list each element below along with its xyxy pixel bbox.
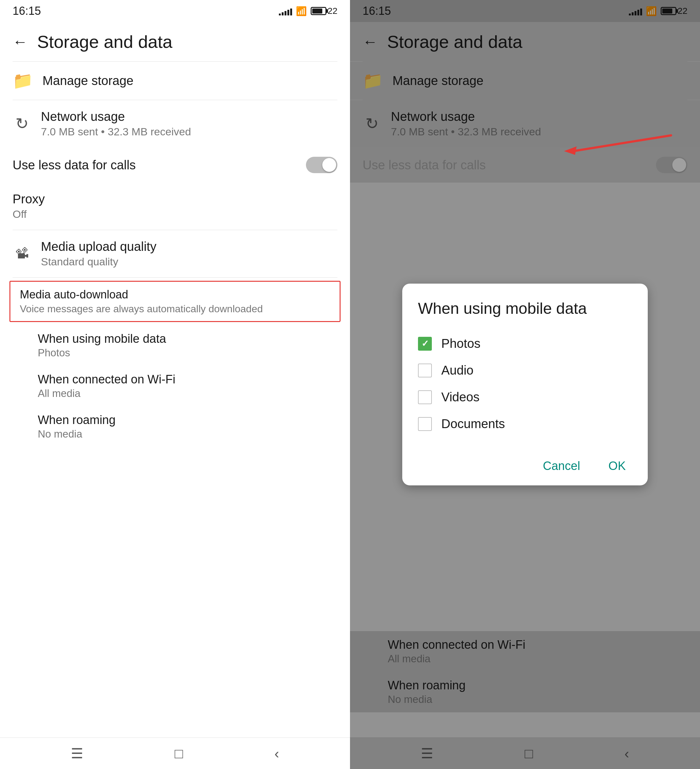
media-auto-download-subtitle: Voice messages are always automatically … xyxy=(20,303,330,315)
page-title-left: Storage and data xyxy=(37,32,172,52)
wifi-subtitle: All media xyxy=(38,388,337,399)
status-time-left: 16:15 xyxy=(13,5,41,18)
sync-icon: ↻ xyxy=(13,114,32,133)
media-quality-item[interactable]: 📽 Media upload quality Standard quality xyxy=(0,230,350,277)
dialog-actions: Cancel OK xyxy=(418,450,632,476)
use-less-data-item[interactable]: Use less data for calls xyxy=(0,147,350,183)
network-usage-content: Network usage 7.0 MB sent • 32.3 MB rece… xyxy=(41,109,337,138)
ok-button[interactable]: OK xyxy=(602,456,632,476)
mobile-data-dialog: When using mobile data Photos Audio xyxy=(402,284,648,485)
mobile-data-subtitle: Photos xyxy=(38,347,337,359)
menu-nav-icon-left[interactable]: ☰ xyxy=(71,745,83,761)
dialog-overlay[interactable]: When using mobile data Photos Audio xyxy=(350,0,700,769)
proxy-subtitle: Off xyxy=(13,208,337,220)
right-panel-content: 16:15 📶 22 ← Storage and data xyxy=(350,0,700,769)
folder-icon: 📁 xyxy=(13,71,33,90)
documents-checkbox[interactable] xyxy=(418,417,432,431)
wifi-item[interactable]: When connected on Wi-Fi All media xyxy=(0,366,350,406)
page-header-left: ← Storage and data xyxy=(0,22,350,61)
toggle-thumb xyxy=(322,158,336,172)
wifi-title: When connected on Wi-Fi xyxy=(38,373,337,386)
mobile-data-title: When using mobile data xyxy=(38,332,337,346)
videos-label: Videos xyxy=(441,390,480,404)
svg-marker-1 xyxy=(564,146,577,155)
manage-storage-content: Manage storage xyxy=(42,74,337,88)
battery-left: 22 xyxy=(311,6,337,16)
documents-label: Documents xyxy=(441,417,505,431)
back-nav-icon-left[interactable]: ‹ xyxy=(274,746,279,761)
videos-checkbox[interactable] xyxy=(418,390,432,404)
mobile-data-item[interactable]: When using mobile data Photos xyxy=(0,325,350,366)
dialog-title: When using mobile data xyxy=(418,299,632,318)
use-less-data-title: Use less data for calls xyxy=(13,158,296,172)
media-auto-download-title: Media auto-download xyxy=(20,288,330,301)
roaming-subtitle: No media xyxy=(38,428,337,440)
audio-label: Audio xyxy=(441,363,473,377)
use-less-data-toggle[interactable] xyxy=(306,157,337,173)
audio-checkbox[interactable] xyxy=(418,364,432,377)
media-auto-download-highlighted[interactable]: Media auto-download Voice messages are a… xyxy=(10,281,341,322)
status-bar-left: 16:15 📶 22 xyxy=(0,0,350,22)
home-nav-icon-left[interactable]: □ xyxy=(175,746,183,761)
roaming-title: When roaming xyxy=(38,413,337,427)
photos-option[interactable]: Photos xyxy=(418,330,632,357)
audio-option[interactable]: Audio xyxy=(418,357,632,384)
network-usage-subtitle: 7.0 MB sent • 32.3 MB received xyxy=(41,125,337,138)
wifi-icon-left: 📶 xyxy=(296,6,307,16)
documents-option[interactable]: Documents xyxy=(418,410,632,437)
back-button-left[interactable]: ← xyxy=(13,33,28,50)
hd-icon: 📽 xyxy=(13,246,32,262)
roaming-item[interactable]: When roaming No media xyxy=(0,406,350,447)
media-quality-content: Media upload quality Standard quality xyxy=(41,240,337,268)
divider-4 xyxy=(13,277,337,278)
proxy-title: Proxy xyxy=(13,192,337,206)
photos-label: Photos xyxy=(441,336,481,351)
signal-icon-left xyxy=(279,6,292,15)
use-less-data-content: Use less data for calls xyxy=(13,158,296,172)
nav-bar-left: ☰ □ ‹ xyxy=(0,737,350,769)
status-icons-left: 📶 22 xyxy=(279,6,337,16)
left-phone-panel: 16:15 📶 22 ← Storage and data 📁 Manage s… xyxy=(0,0,350,769)
cancel-button[interactable]: Cancel xyxy=(537,456,586,476)
manage-storage-title: Manage storage xyxy=(42,74,337,88)
right-phone-panel: 16:15 📶 22 ← Storage and data xyxy=(350,0,700,769)
toggle-switch[interactable] xyxy=(306,157,337,173)
svg-line-0 xyxy=(573,135,671,151)
media-quality-subtitle: Standard quality xyxy=(41,256,337,268)
manage-storage-item[interactable]: 📁 Manage storage xyxy=(0,62,350,100)
photos-checkbox[interactable] xyxy=(418,337,432,351)
proxy-content: Proxy Off xyxy=(13,192,337,220)
proxy-item[interactable]: Proxy Off xyxy=(0,183,350,230)
media-quality-title: Media upload quality xyxy=(41,240,337,254)
network-usage-title: Network usage xyxy=(41,109,337,124)
network-usage-item[interactable]: ↻ Network usage 7.0 MB sent • 32.3 MB re… xyxy=(0,100,350,147)
videos-option[interactable]: Videos xyxy=(418,384,632,410)
